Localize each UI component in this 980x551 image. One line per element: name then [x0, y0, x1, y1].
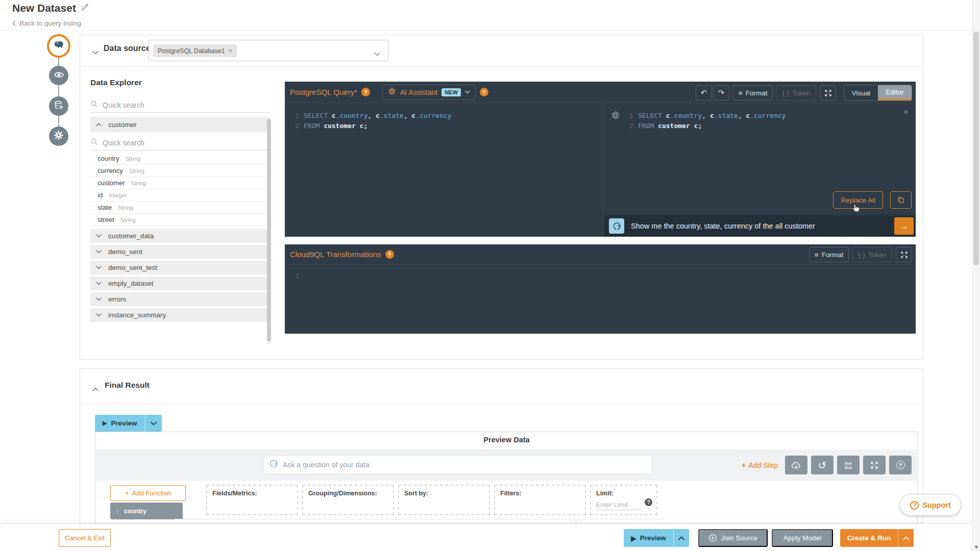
edit-pencil-icon[interactable] [81, 3, 89, 13]
support-button[interactable]: ? Support [900, 495, 961, 515]
expand-arrows-icon [870, 461, 878, 469]
dropzone-label: Grouping/Dimensions: [308, 490, 377, 497]
create-run-button[interactable]: Create & Run [840, 529, 898, 547]
scrollbar-down-arrow-icon[interactable] [974, 546, 978, 549]
page-scrollbar-thumb[interactable] [973, 32, 979, 265]
table-row[interactable]: customer_data [90, 229, 270, 243]
back-to-query-listing-link[interactable]: Back to query listing [12, 19, 81, 27]
table-row[interactable]: instance_summary [90, 308, 270, 322]
fullscreen-button[interactable] [896, 247, 912, 262]
dropzone-sort-by[interactable]: Sort by: [398, 485, 490, 515]
format-button[interactable]: ≡Format [733, 85, 773, 101]
fullscreen-button[interactable] [820, 85, 836, 101]
field-type: String [118, 205, 133, 211]
chevron-down-icon [96, 282, 102, 285]
token-button[interactable]: {·}Token [776, 85, 816, 101]
dropzone-grouping-dimensions[interactable]: Grouping/Dimensions: [302, 485, 394, 515]
step-settings[interactable] [49, 127, 68, 146]
close-icon[interactable]: × [903, 107, 909, 117]
copy-button[interactable] [890, 191, 912, 209]
apply-model-label: Apply Model [783, 534, 821, 542]
step-datasource-postgresql[interactable] [47, 34, 70, 58]
explorer-scrollbar-thumb[interactable] [267, 119, 271, 341]
code-line-2: FROM customer c; [304, 122, 368, 130]
bottom-action-bar: Cancel & Exit ▶ Preview Join Source Appl… [0, 523, 980, 551]
datasource-collapse-chevron-icon[interactable] [92, 47, 99, 57]
redo-button[interactable]: ↷ [713, 85, 729, 101]
field-row[interactable]: countryString [90, 153, 267, 165]
ai-assistant-button[interactable]: AI Assistant NEW [382, 85, 476, 100]
tab-editor[interactable]: Editor [878, 85, 912, 101]
table-row[interactable]: demo_sent_test [90, 261, 270, 274]
final-result-card: Final Result ▶ Preview Preview Data [80, 368, 923, 523]
dropzone-fields-metrics[interactable]: Fields/Metrics: [206, 485, 298, 515]
field-type: String [126, 156, 141, 162]
preview-button[interactable]: ▶ Preview [95, 415, 145, 432]
field-type: String [120, 217, 136, 223]
field-search-input[interactable] [103, 139, 270, 147]
database-gear-icon [54, 100, 64, 112]
table-row[interactable]: errors [90, 292, 270, 306]
explorer-search-input[interactable] [103, 101, 270, 109]
table-row[interactable]: demo_sent [90, 245, 270, 259]
field-name: country [97, 155, 119, 162]
ask-question-input[interactable] [283, 461, 647, 469]
reset-button[interactable]: ↺ [811, 456, 834, 474]
help-button[interactable]: ? [889, 456, 912, 474]
footer-preview-dropdown[interactable] [674, 529, 689, 547]
visual-editor-toggle: Visual Editor [844, 85, 912, 101]
token-button[interactable]: {·}Token [852, 247, 892, 262]
join-source-button[interactable]: Join Source [698, 529, 768, 547]
limit-input[interactable] [596, 501, 641, 510]
footer-preview-button[interactable]: ▶ Preview [624, 529, 673, 547]
chevron-up-icon[interactable] [92, 384, 99, 393]
tab-visual[interactable]: Visual [844, 85, 878, 101]
support-label: Support [922, 501, 951, 509]
question-circle-icon: ? [910, 501, 919, 510]
new-badge: NEW [442, 88, 461, 96]
help-icon[interactable]: ? [480, 88, 488, 96]
format-button[interactable]: ≡Format [809, 247, 849, 262]
expand-button[interactable] [863, 456, 886, 474]
join-source-label: Join Source [721, 534, 757, 542]
replace-all-button[interactable]: Replace All [833, 191, 883, 209]
table-customer-expanded[interactable]: customer [90, 117, 270, 132]
add-function-button[interactable]: + Add Function [110, 485, 186, 501]
apply-model-button[interactable]: Apply Model [772, 529, 833, 547]
step-preview[interactable] [49, 66, 68, 85]
chevron-left-icon [12, 20, 16, 26]
field-chip-country[interactable]: ⋮ country [110, 503, 183, 519]
help-icon[interactable]: ? [385, 250, 394, 259]
sql-code-editor[interactable]: 1SELECT c.country, c.state, c.currency 2… [285, 103, 603, 237]
download-button[interactable] [785, 456, 807, 474]
add-function-label: Add Function [132, 489, 171, 497]
preview-dropdown-button[interactable] [145, 415, 162, 432]
datasource-select[interactable]: PostgreSQL Database1 × [149, 40, 388, 61]
limit-label: Limit: [596, 490, 614, 497]
chevron-down-icon [96, 297, 102, 301]
dropzone-filters[interactable]: Filters: [494, 485, 586, 515]
cancel-exit-button[interactable]: Cancel & Exit [59, 529, 111, 547]
send-prompt-button[interactable]: → [894, 217, 914, 235]
undo-redo-group: ↶ ↷ [696, 85, 729, 101]
ai-prompt-bar[interactable]: Show me the country, state, currency of … [604, 215, 916, 237]
final-result-title: Final Result [105, 381, 150, 390]
field-row[interactable]: streetString [90, 214, 267, 226]
field-row[interactable]: currencyString [90, 165, 267, 177]
field-row[interactable]: idInteger [90, 189, 267, 202]
create-run-dropdown[interactable] [898, 529, 914, 547]
postgresql-elephant-icon [53, 39, 65, 53]
step-transformations[interactable] [49, 96, 68, 116]
add-step-button[interactable]: + Add Step [742, 461, 778, 469]
field-row[interactable]: customerString [90, 177, 267, 189]
help-icon[interactable]: ? [645, 498, 652, 506]
table-row[interactable]: empty_dataset [90, 277, 270, 290]
chart-button[interactable] [837, 456, 860, 474]
undo-button[interactable]: ↶ [696, 85, 712, 101]
field-row[interactable]: stateString [90, 202, 267, 214]
help-icon[interactable]: ? [361, 88, 370, 96]
back-link-label: Back to query listing [19, 19, 81, 27]
remove-tag-icon[interactable]: × [229, 47, 233, 55]
select-chevron-down-icon [374, 49, 380, 58]
header-separator [0, 31, 972, 31]
